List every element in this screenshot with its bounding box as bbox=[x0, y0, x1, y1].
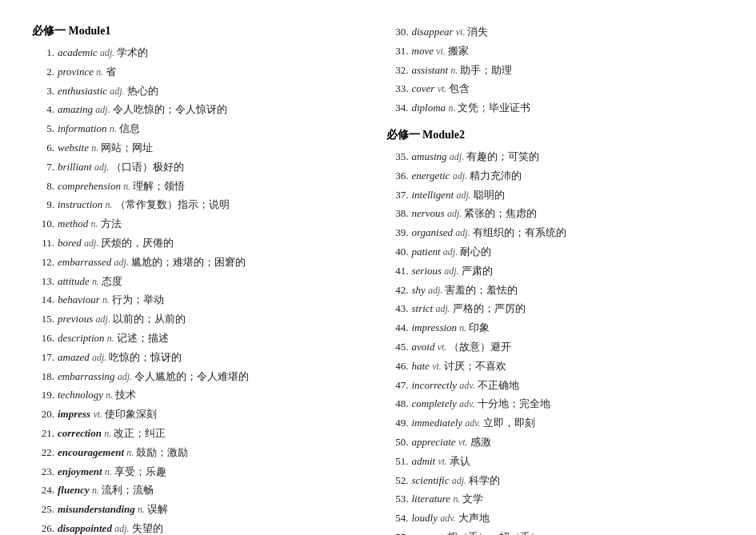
word-term: embarrassing bbox=[58, 370, 118, 382]
word-term: patient bbox=[412, 246, 443, 258]
word-number: 10. bbox=[32, 216, 54, 233]
word-term: amazing bbox=[58, 103, 95, 115]
word-number: 17. bbox=[32, 349, 54, 366]
word-number: 3. bbox=[32, 83, 54, 100]
word-pos: vt. bbox=[432, 361, 444, 372]
word-term: incorrectly bbox=[412, 379, 460, 391]
word-number: 24. bbox=[32, 482, 54, 499]
left-column: 必修一 Module1 1.academic adj. 学术的2.provinc… bbox=[32, 24, 386, 535]
word-entry: comprehension n. 理解；领悟 bbox=[58, 178, 370, 195]
word-term: admit bbox=[412, 455, 438, 467]
word-term: shy bbox=[412, 284, 429, 296]
word-pos: adj. bbox=[94, 162, 111, 173]
word-entry: completely adv. 十分地；完全地 bbox=[412, 396, 725, 413]
word-term: immediately bbox=[412, 417, 466, 429]
word-number: 40. bbox=[386, 244, 409, 261]
word-meaning: 改正；纠正 bbox=[114, 427, 166, 439]
word-meaning: 搬家 bbox=[448, 45, 469, 57]
word-entry: amazing adj. 令人吃惊的；令人惊讶的 bbox=[58, 102, 370, 118]
word-pos: vt. bbox=[435, 532, 447, 535]
word-term: wave bbox=[412, 531, 436, 535]
word-number: 53. bbox=[386, 491, 409, 508]
list-item: 44.impression n. 印象 bbox=[386, 320, 725, 337]
word-meaning: 有组织的；有系统的 bbox=[473, 226, 566, 238]
word-term: fluency bbox=[58, 484, 92, 496]
word-pos: n. bbox=[123, 181, 133, 192]
word-meaning: 消失 bbox=[467, 26, 488, 38]
word-pos: n. bbox=[102, 294, 112, 305]
word-entry: description n. 记述；描述 bbox=[58, 330, 370, 347]
word-number: 12. bbox=[32, 254, 54, 271]
word-term: correction bbox=[58, 427, 104, 439]
list-item: 50.appreciate vt. 感激 bbox=[386, 434, 725, 451]
word-meaning: 网站；网址 bbox=[101, 142, 153, 154]
word-term: comprehension bbox=[58, 180, 123, 192]
list-item: 20.impress vt. 使印象深刻 bbox=[32, 406, 370, 423]
word-meaning: 令人吃惊的；令人惊讶的 bbox=[113, 103, 227, 115]
word-number: 21. bbox=[32, 425, 54, 442]
list-item: 39.organised adj. 有组织的；有系统的 bbox=[386, 225, 725, 242]
word-entry: impress vt. 使印象深刻 bbox=[58, 406, 370, 423]
word-term: enthusiastic bbox=[58, 85, 110, 97]
word-entry: intelligent adj. 聪明的 bbox=[412, 187, 725, 204]
list-item: 19.technology n. 技术 bbox=[32, 387, 370, 404]
word-number: 33. bbox=[386, 81, 409, 98]
word-number: 20. bbox=[32, 406, 54, 423]
word-term: impression bbox=[412, 321, 460, 333]
word-meaning: 吃惊的；惊讶的 bbox=[109, 351, 182, 363]
word-number: 44. bbox=[386, 320, 409, 337]
word-number: 22. bbox=[32, 445, 54, 461]
list-item: 52.scientific adj. 科学的 bbox=[386, 473, 725, 489]
word-number: 49. bbox=[386, 415, 409, 432]
word-entry: impression n. 印象 bbox=[412, 320, 725, 337]
word-pos: n. bbox=[459, 322, 469, 333]
list-item: 6.website n. 网站；网址 bbox=[32, 140, 370, 157]
list-item: 34.diploma n. 文凭；毕业证书 bbox=[386, 100, 725, 117]
word-number: 16. bbox=[32, 330, 54, 347]
word-number: 39. bbox=[386, 225, 409, 242]
word-term: completely bbox=[412, 397, 460, 409]
word-pos: vt. bbox=[458, 437, 470, 448]
word-entry: incorrectly adv. 不正确地 bbox=[412, 377, 725, 394]
module2-title: 必修一 Module2 bbox=[386, 128, 725, 142]
word-meaning: 科学的 bbox=[469, 474, 500, 486]
list-item: 22.encouragement n. 鼓励；激励 bbox=[32, 445, 370, 461]
word-meaning: 害羞的；羞怯的 bbox=[445, 284, 518, 296]
word-meaning: 方法 bbox=[101, 218, 122, 230]
list-item: 41.serious adj. 严肃的 bbox=[386, 263, 725, 280]
list-item: 37.intelligent adj. 聪明的 bbox=[386, 187, 725, 204]
word-number: 43. bbox=[386, 301, 409, 317]
list-item: 32.assistant n. 助手；助理 bbox=[386, 62, 725, 79]
word-pos: adv. bbox=[440, 513, 458, 524]
word-number: 25. bbox=[32, 501, 54, 518]
module1-section: 必修一 Module1 1.academic adj. 学术的2.provinc… bbox=[32, 24, 370, 535]
word-meaning: 不正确地 bbox=[478, 379, 519, 391]
word-term: amusing bbox=[412, 150, 450, 162]
module2-word-list: 35.amusing adj. 有趣的；可笑的36.energetic adj.… bbox=[386, 149, 725, 535]
list-item: 51.admit vt. 承认 bbox=[386, 453, 725, 470]
list-item: 14.behaviour n. 行为；举动 bbox=[32, 292, 370, 309]
word-number: 32. bbox=[386, 62, 409, 79]
word-entry: province n. 省 bbox=[58, 64, 370, 81]
word-term: hate bbox=[412, 360, 433, 372]
word-entry: enthusiastic adj. 热心的 bbox=[58, 83, 370, 100]
list-item: 7.brilliant adj. （口语）极好的 bbox=[32, 159, 370, 176]
word-meaning: 严格的；严厉的 bbox=[453, 302, 526, 314]
word-entry: serious adj. 严肃的 bbox=[412, 263, 725, 280]
list-item: 10.method n. 方法 bbox=[32, 216, 370, 233]
word-term: previous bbox=[58, 313, 96, 325]
word-term: scientific bbox=[412, 474, 452, 486]
list-item: 53.literature n. 文学 bbox=[386, 491, 725, 508]
word-term: move bbox=[412, 45, 437, 57]
word-number: 7. bbox=[32, 159, 54, 176]
word-meaning: 鼓励；激励 bbox=[136, 446, 188, 458]
word-entry: behaviour n. 行为；举动 bbox=[58, 292, 370, 309]
word-term: bored bbox=[58, 237, 84, 249]
word-entry: amazed adj. 吃惊的；惊讶的 bbox=[58, 349, 370, 366]
word-meaning: 技术 bbox=[115, 389, 136, 401]
word-entry: energetic adj. 精力充沛的 bbox=[412, 168, 725, 185]
word-term: website bbox=[58, 142, 91, 154]
word-term: brilliant bbox=[58, 161, 94, 173]
word-entry: literature n. 文学 bbox=[412, 491, 725, 508]
word-number: 42. bbox=[386, 282, 409, 299]
